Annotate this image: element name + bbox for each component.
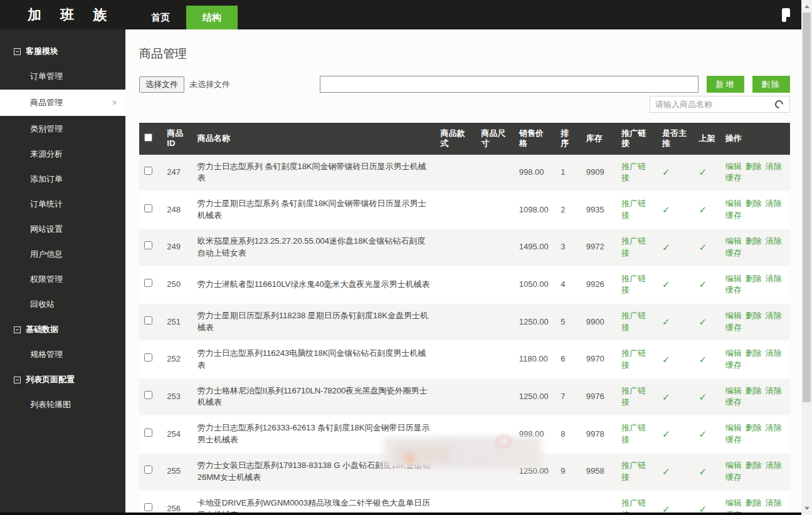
table-row: 250劳力士潜航者型116610LV绿水鬼40毫米大盘夜光显示男士机械表1050… [139,266,790,304]
sidebar-item[interactable]: 订单管理 [0,65,125,88]
column-header: 排序 [556,123,581,155]
column-header: 商品尺寸 [476,123,514,155]
scroll-up-arrow[interactable] [801,1,812,12]
sidebar-item[interactable]: 回收站 [0,293,125,316]
cell-product-size [476,266,514,304]
cell-actions: 编辑删除清除缓存 [720,341,790,378]
scroll-down-arrow[interactable] [801,503,812,514]
promo-link[interactable]: 推广链接 [621,423,646,444]
sidebar-section-0[interactable]: 客服模块 [0,39,125,63]
nav-tab-home[interactable]: 首页 [135,6,186,29]
delete-link[interactable]: 删除 [746,386,762,395]
check-icon: ✓ [662,242,670,252]
delete-link[interactable]: 删除 [746,311,762,320]
edit-link[interactable]: 编辑 [725,423,742,432]
sidebar-item[interactable]: 来源分析 [0,142,125,166]
row-checkbox[interactable] [144,316,152,325]
row-checkbox[interactable] [144,353,152,362]
cell-sort: 5 [556,303,581,341]
delete-link[interactable]: 删除 [746,423,762,432]
edit-link[interactable]: 编辑 [725,199,742,208]
promo-link[interactable]: 推广链接 [621,348,646,370]
row-checkbox[interactable] [144,204,152,212]
sidebar-item[interactable]: 权限管理 [0,268,125,291]
search-input[interactable] [650,96,763,112]
cell-product-size [476,303,514,341]
delete-button[interactable]: 删除 [752,76,790,93]
cell-on-shelf: ✓ [693,229,720,266]
refresh-icon[interactable] [773,98,784,110]
file-upload-group: 选择文件 未选择文件 [139,76,320,93]
promo-link[interactable]: 推广链接 [621,498,646,512]
delete-link[interactable]: 删除 [746,199,762,208]
select-all-checkbox[interactable] [144,133,152,142]
promo-link[interactable]: 推广链接 [621,311,646,332]
sidebar-item[interactable]: 用户信息 [0,242,125,266]
promo-link[interactable]: 推广链接 [621,386,646,407]
cell-product-id: 251 [162,303,192,341]
edit-link[interactable]: 编辑 [725,162,742,171]
cell-product-size [476,491,514,512]
cell-product-style [436,303,477,341]
delete-link[interactable]: 删除 [746,274,762,283]
delete-link[interactable]: 删除 [746,162,762,171]
sidebar-item[interactable]: 订单统计 [0,192,125,216]
cell-product-id: 250 [162,266,192,304]
check-icon: ✓ [699,354,707,365]
row-checkbox[interactable] [144,429,152,437]
promo-link[interactable]: 推广链接 [621,199,646,220]
chevron-right-icon: > [112,98,117,107]
edit-link[interactable]: 编辑 [725,460,742,470]
promo-link[interactable]: 推广链接 [621,274,646,295]
user-icon[interactable] [779,8,790,22]
check-icon: ✓ [699,429,707,439]
cell-product-size [476,229,514,266]
sidebar-section-2[interactable]: 列表页面配置 [0,368,125,392]
sidebar-item[interactable]: 商品管理> [0,90,125,116]
row-checkbox[interactable] [144,241,152,249]
collapse-icon [14,48,21,55]
nav-tab-structure[interactable]: 结构 [186,6,238,29]
edit-link[interactable]: 编辑 [725,236,742,246]
vertical-scrollbar[interactable] [801,0,812,515]
row-checkbox[interactable] [144,391,152,399]
scrollbar-thumb[interactable] [803,13,811,402]
cell-main-push: ✓ [657,266,694,304]
sidebar-item[interactable]: 规格管理 [0,343,125,367]
table-row: 254劳力士日志型系列126333-62613 条钉刻度18K间金钢带日历显示男… [139,415,790,453]
cell-sort: 4 [556,266,581,304]
choose-file-button[interactable]: 选择文件 [139,76,184,93]
cell-product-style [436,378,477,416]
add-button[interactable]: 新增 [707,76,744,93]
cell-product-id: 253 [162,378,192,416]
promo-link[interactable]: 推广链接 [621,460,646,482]
edit-link[interactable]: 编辑 [725,348,742,358]
row-checkbox[interactable] [144,279,152,287]
sidebar-item[interactable]: 网站设置 [0,217,125,241]
edit-link[interactable]: 编辑 [725,311,742,320]
sidebar-item[interactable]: 类别管理 [0,117,125,141]
upload-path-input[interactable] [320,76,699,93]
cell-price: 1180.00 [514,341,556,378]
cell-actions: 编辑删除清除缓存 [720,303,790,341]
sidebar-section-1[interactable]: 基础数据 [0,318,125,341]
cell-product-id: 256 [162,491,192,512]
row-checkbox[interactable] [144,167,152,175]
cell-actions: 编辑删除清除缓存 [720,415,790,453]
row-checkbox[interactable] [144,466,152,474]
cell-sort: 1 [556,155,581,192]
promo-link[interactable]: 推广链接 [621,162,646,183]
cell-product-id: 248 [162,191,192,229]
row-checkbox[interactable] [144,503,152,511]
sidebar-item[interactable]: 列表轮播图 [0,393,125,417]
delete-link[interactable]: 删除 [746,460,762,470]
edit-link[interactable]: 编辑 [725,274,742,283]
sidebar-item[interactable]: 添加订单 [0,167,125,191]
delete-link[interactable]: 删除 [746,348,762,358]
promo-link[interactable]: 推广链接 [621,236,646,258]
edit-link[interactable]: 编辑 [725,498,742,507]
delete-link[interactable]: 删除 [746,236,762,246]
cell-on-shelf: ✓ [693,303,720,341]
delete-link[interactable]: 删除 [746,498,762,507]
edit-link[interactable]: 编辑 [725,386,742,395]
